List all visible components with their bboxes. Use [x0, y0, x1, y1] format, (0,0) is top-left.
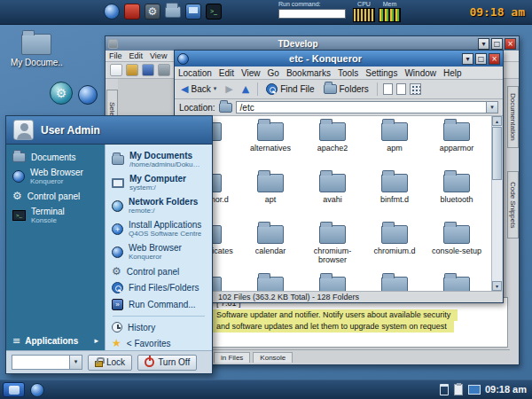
search-combo[interactable]: ▾: [12, 355, 82, 370]
tdevelop-editor[interactable]: [ 7.01 ] Software updater and notifier. …: [212, 297, 508, 348]
menu-go[interactable]: Go: [264, 68, 283, 78]
back-dropdown-icon[interactable]: ▾: [214, 86, 217, 92]
desktop-icon-network[interactable]: [78, 85, 98, 105]
folder-item[interactable]: [257, 274, 284, 291]
build-icon[interactable]: [158, 64, 170, 76]
folder-item[interactable]: bluetooth: [440, 171, 473, 223]
maximize-button[interactable]: □: [475, 53, 487, 65]
menu-file[interactable]: File: [106, 51, 126, 60]
folder-item[interactable]: apache2: [317, 120, 348, 171]
menu-item-control-panel[interactable]: ⚙ Control panel: [6, 188, 105, 204]
lock-button[interactable]: Lock: [88, 355, 132, 371]
back-button[interactable]: ◀ Back ▾: [178, 83, 219, 95]
up-button[interactable]: ▲: [239, 83, 252, 95]
location-dropdown-icon[interactable]: ▾: [486, 102, 497, 113]
find-file-button[interactable]: Find File: [263, 82, 317, 96]
run-command-input[interactable]: [278, 9, 346, 19]
vertical-scrollbar[interactable]: ▴ ▾: [491, 116, 502, 291]
save-icon[interactable]: [142, 64, 154, 76]
tab-find-in-files[interactable]: in Files: [214, 352, 250, 363]
folder-item[interactable]: apparmor: [440, 120, 474, 171]
user-avatar[interactable]: [13, 120, 34, 140]
combo-dropdown-icon[interactable]: ▾: [69, 356, 82, 369]
menu-item-web-browser[interactable]: Web BrowserKonqueror: [106, 240, 212, 263]
tdevelop-titlebar[interactable]: TDevelop ▾ □ ×: [106, 36, 519, 51]
menu-item-network-folders[interactable]: Network Foldersremote:/: [106, 194, 212, 217]
location-input[interactable]: /etc ▾: [236, 101, 498, 113]
scrollbar-thumb[interactable]: [492, 127, 502, 180]
menu-item-install-applications[interactable]: + Install ApplicationsQ4OS Software Cent…: [106, 217, 212, 240]
minimize-button[interactable]: ▾: [462, 53, 473, 65]
clipboard-icon[interactable]: [454, 384, 463, 395]
close-button[interactable]: ×: [505, 38, 516, 50]
folder-label: apparmor: [440, 145, 474, 153]
menu-item-find-files[interactable]: Find Files/Folders: [106, 279, 212, 296]
folder-item[interactable]: binfmt.d: [380, 171, 409, 223]
web-browser-icon[interactable]: [103, 3, 121, 20]
folder-item[interactable]: [319, 274, 346, 291]
menu-item-history[interactable]: History: [106, 319, 212, 335]
folder-item[interactable]: alternatives: [250, 120, 291, 171]
taskbar-clock[interactable]: 09:18 am: [485, 384, 527, 395]
menu-item-terminal[interactable]: >_ TerminalKonsole: [6, 204, 105, 227]
terminal-icon[interactable]: >_: [205, 3, 223, 20]
folder-item[interactable]: console-setup: [432, 223, 481, 274]
menu-item-web-browser[interactable]: Web BrowserKonqueror: [6, 165, 105, 188]
tab-documentation[interactable]: Documentation: [507, 86, 519, 148]
display-icon[interactable]: [468, 385, 481, 395]
menu-item-run-command[interactable]: » Run Command...: [106, 296, 212, 313]
menu-bookmarks[interactable]: Bookmarks: [283, 68, 334, 78]
copy-icon[interactable]: [383, 83, 393, 95]
scroll-up-icon[interactable]: ▴: [492, 116, 502, 126]
start-menu-button[interactable]: [3, 382, 25, 397]
tab-konsole[interactable]: Konsole: [253, 352, 293, 363]
menu-edit[interactable]: Edit: [215, 68, 238, 78]
web-browser-icon[interactable]: [30, 383, 44, 397]
package-manager-icon[interactable]: [123, 3, 141, 20]
close-button[interactable]: ×: [489, 53, 500, 65]
menu-help[interactable]: Help: [440, 68, 466, 78]
menu-window[interactable]: Window: [401, 68, 440, 78]
turn-off-button[interactable]: Turn Off: [137, 355, 197, 371]
paste-icon[interactable]: [396, 83, 406, 95]
menu-tools[interactable]: Tools: [334, 68, 362, 78]
konqueror-file-view[interactable]: alternatives apache2 apm apparmor apparm…: [176, 116, 502, 291]
new-file-icon[interactable]: [110, 64, 122, 76]
minimize-button[interactable]: ▾: [478, 38, 489, 50]
folder-item[interactable]: chromium.d: [373, 223, 415, 274]
folder-item[interactable]: apm: [381, 120, 408, 171]
maximize-button[interactable]: □: [491, 38, 503, 50]
folder-item[interactable]: avahi: [319, 171, 346, 223]
menu-item-favorites[interactable]: ★ < Favorites: [106, 335, 212, 350]
forward-button[interactable]: ▶: [223, 83, 235, 95]
folder-item[interactable]: [381, 274, 408, 291]
computer-icon: [112, 178, 124, 188]
menu-settings[interactable]: Settings: [362, 68, 401, 78]
folder-item[interactable]: calendar: [255, 223, 286, 274]
icon-view-icon[interactable]: [410, 83, 421, 95]
folders-button[interactable]: Folders: [321, 83, 372, 95]
menu-item-control-panel[interactable]: ⚙ Control panel: [106, 263, 212, 279]
display-settings-icon[interactable]: [184, 3, 202, 20]
menu-view[interactable]: View: [238, 68, 264, 78]
menu-item-my-computer[interactable]: My Computersystem:/: [106, 171, 212, 194]
menu-item-documents[interactable]: Documents: [6, 150, 105, 165]
menu-item-my-documents[interactable]: My Documents/home/adminu/Dokument...: [106, 148, 212, 171]
menu-edit[interactable]: Edit: [126, 51, 147, 60]
panel-clock[interactable]: 09:18 am: [469, 5, 525, 19]
konqueror-titlebar[interactable]: etc - Konqueror ▾ □ ×: [175, 51, 503, 66]
desktop-icon-my-documents[interactable]: My Docume..: [11, 34, 63, 67]
folder-item[interactable]: chromium-browser: [303, 223, 362, 274]
folder-item[interactable]: apt: [257, 171, 284, 223]
desktop-icon-settings[interactable]: ⚙: [50, 82, 73, 105]
menu-view[interactable]: View: [146, 51, 170, 60]
trash-icon[interactable]: [440, 384, 449, 395]
menu-item-applications[interactable]: ≡ Applications ▸: [6, 332, 105, 350]
tab-code-snippets[interactable]: Code Snippets: [507, 171, 519, 239]
system-settings-icon[interactable]: ⚙: [144, 3, 161, 20]
menu-location[interactable]: Location: [175, 68, 215, 78]
file-manager-icon[interactable]: [164, 3, 182, 20]
scroll-down-icon[interactable]: ▾: [492, 281, 502, 291]
folder-item[interactable]: [443, 274, 470, 291]
open-folder-icon[interactable]: [126, 64, 138, 76]
